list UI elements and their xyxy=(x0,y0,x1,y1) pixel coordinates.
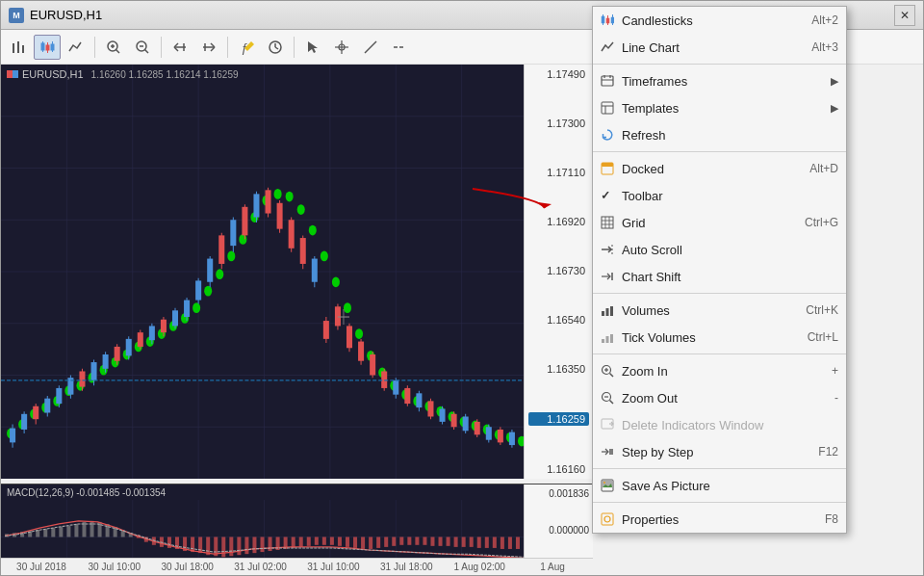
scroll-back-button[interactable] xyxy=(167,35,193,60)
sep-before-save xyxy=(593,468,846,469)
menu-item-docked[interactable]: Docked Alt+D xyxy=(593,155,846,182)
context-menu: Candlesticks Alt+2 Line Chart Alt+3 Time… xyxy=(592,6,847,534)
svg-rect-230 xyxy=(292,537,295,547)
time-2: 30 Jul 10:00 xyxy=(78,562,151,572)
svg-rect-159 xyxy=(370,354,375,376)
zoom-out-icon xyxy=(599,389,616,406)
svg-line-13 xyxy=(116,49,120,53)
menu-item-save-picture[interactable]: Save As Picture xyxy=(593,472,846,499)
menu-item-candlesticks[interactable]: Candlesticks Alt+2 xyxy=(593,7,846,34)
crosshair-button[interactable] xyxy=(328,35,355,60)
menu-item-line-chart[interactable]: Line Chart Alt+3 xyxy=(593,34,846,61)
time-8: 1 Aug xyxy=(516,562,589,572)
indicator-button[interactable]: ƒ xyxy=(233,35,260,60)
svg-point-310 xyxy=(603,482,605,484)
zoom-out-button[interactable] xyxy=(129,35,156,60)
scroll-fwd-button[interactable] xyxy=(195,35,222,60)
svg-rect-224 xyxy=(244,537,248,554)
svg-point-79 xyxy=(355,328,363,339)
timeframes-icon xyxy=(599,72,616,90)
macd-val-1: 0.001836 xyxy=(528,488,589,499)
menu-item-chart-shift[interactable]: Chart Shift xyxy=(593,263,846,290)
docked-shortcut: Alt+D xyxy=(809,162,838,175)
svg-rect-143 xyxy=(289,220,295,249)
svg-rect-238 xyxy=(353,537,357,547)
timeframes-arrow: ▶ xyxy=(831,75,838,88)
svg-rect-125 xyxy=(184,301,190,317)
sep-before-properties xyxy=(593,502,846,503)
svg-rect-243 xyxy=(392,537,396,545)
menu-item-refresh[interactable]: Refresh xyxy=(593,121,846,148)
svg-rect-111 xyxy=(103,354,109,369)
sep4 xyxy=(294,37,295,58)
svg-rect-204 xyxy=(90,521,94,537)
svg-rect-236 xyxy=(338,537,342,545)
sep1 xyxy=(94,37,95,58)
svg-rect-173 xyxy=(451,414,457,427)
dash-tool-button[interactable] xyxy=(386,35,413,60)
svg-rect-161 xyxy=(381,371,387,387)
step-by-step-shortcut: F12 xyxy=(818,445,838,458)
svg-rect-258 xyxy=(508,537,512,548)
svg-rect-2 xyxy=(22,45,24,53)
bar-chart-button[interactable] xyxy=(5,35,32,60)
candlestick-button[interactable] xyxy=(34,35,61,60)
line-chart-button[interactable] xyxy=(63,35,90,60)
cursor-button[interactable] xyxy=(299,35,326,60)
menu-item-auto-scroll[interactable]: Auto Scroll xyxy=(593,236,846,263)
svg-rect-6 xyxy=(46,45,49,50)
zoom-in-button[interactable] xyxy=(100,35,127,60)
svg-rect-1 xyxy=(17,41,19,53)
menu-item-volumes[interactable]: Volumes Ctrl+K xyxy=(593,297,846,324)
chart-shift-label: Chart Shift xyxy=(622,270,838,284)
menu-item-zoom-in[interactable]: Zoom In + xyxy=(593,357,846,384)
svg-rect-251 xyxy=(454,537,458,546)
clock-button[interactable] xyxy=(262,35,289,60)
svg-rect-221 xyxy=(221,537,225,557)
menu-item-toolbar[interactable]: ✓ Toolbar xyxy=(593,182,846,209)
svg-point-68 xyxy=(227,251,235,262)
svg-rect-225 xyxy=(252,537,256,553)
close-button[interactable]: ✕ xyxy=(894,5,915,26)
sep-before-zoom xyxy=(593,353,846,354)
menu-item-tick-volumes[interactable]: Tick Volumes Ctrl+L xyxy=(593,324,846,351)
svg-rect-227 xyxy=(269,537,272,551)
line-tool-button[interactable] xyxy=(357,35,384,60)
svg-point-77 xyxy=(332,276,340,287)
svg-rect-169 xyxy=(427,401,433,416)
svg-rect-240 xyxy=(369,537,372,548)
price-1.16350: 1.16350 xyxy=(528,363,589,375)
svg-rect-241 xyxy=(376,537,380,547)
svg-rect-131 xyxy=(218,235,224,264)
svg-rect-123 xyxy=(172,310,178,326)
svg-rect-119 xyxy=(149,326,155,340)
svg-rect-133 xyxy=(230,220,236,246)
time-4: 31 Jul 02:00 xyxy=(224,562,297,572)
svg-rect-249 xyxy=(439,537,443,545)
price-1.16920: 1.16920 xyxy=(528,216,589,227)
step-by-step-icon xyxy=(599,443,616,460)
menu-item-zoom-out[interactable]: Zoom Out - xyxy=(593,384,846,411)
menu-item-timeframes[interactable]: Timeframes ▶ xyxy=(593,67,846,94)
chart-main[interactable]: EURUSD,H1 1.16260 1.16285 1.16214 1.1625… xyxy=(1,65,593,479)
menu-item-properties[interactable]: Properties F8 xyxy=(593,506,846,533)
svg-rect-157 xyxy=(358,342,364,361)
window-title: EURUSD,H1 xyxy=(30,8,102,22)
main-window: M EURUSD,H1 ✕ xyxy=(0,0,924,576)
docked-label: Docked xyxy=(622,162,802,176)
svg-rect-264 xyxy=(606,18,609,23)
svg-point-75 xyxy=(309,225,317,236)
svg-rect-242 xyxy=(384,537,388,546)
svg-rect-279 xyxy=(602,217,613,228)
zoom-in-shortcut: + xyxy=(832,364,838,378)
svg-rect-256 xyxy=(493,537,497,547)
volumes-label: Volumes xyxy=(622,303,798,318)
menu-item-templates[interactable]: Templates ▶ xyxy=(593,94,846,121)
svg-rect-199 xyxy=(51,528,55,537)
time-7: 1 Aug 02:00 xyxy=(443,562,516,572)
menu-item-grid[interactable]: Grid Ctrl+G xyxy=(593,209,846,236)
svg-rect-274 xyxy=(602,102,613,114)
svg-line-32 xyxy=(365,41,376,53)
svg-point-65 xyxy=(192,302,200,313)
menu-item-step-by-step[interactable]: Step by Step F12 xyxy=(593,438,846,465)
